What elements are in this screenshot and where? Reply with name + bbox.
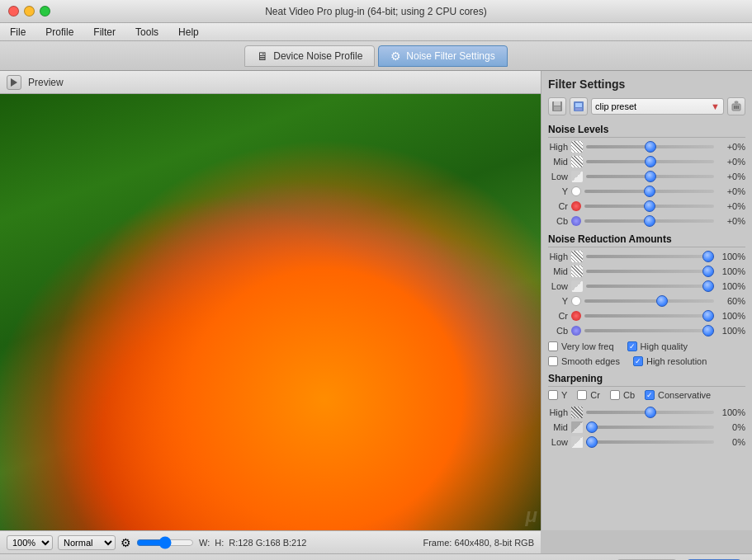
sharp-y[interactable]: Y: [548, 390, 567, 400]
svg-rect-10: [738, 106, 740, 109]
sharp-low-icon: [571, 436, 583, 448]
nl-cb-icon: [571, 216, 581, 226]
sharp-y-box[interactable]: [548, 390, 558, 400]
cb-high-resolution-box[interactable]: [633, 356, 643, 366]
frame-info: Frame: 640x480, 8-bit RGB: [423, 538, 534, 548]
sharp-conservative-box[interactable]: [645, 390, 655, 400]
preset-load-icon[interactable]: [570, 97, 588, 115]
nl-high-slider[interactable]: [586, 141, 714, 153]
noise-levels-header: Noise Levels: [548, 124, 745, 138]
nl-cb-slider[interactable]: [584, 215, 714, 227]
cb-high-resolution-label: High resolution: [646, 356, 707, 366]
sharp-conservative[interactable]: Conservative: [645, 390, 711, 400]
nr-high-label: High: [548, 252, 568, 261]
cb-very-low-freq-box[interactable]: [548, 341, 558, 351]
nr-mid-row: Mid 100%: [548, 266, 745, 277]
menubar: File Profile Filter Tools Help: [0, 23, 752, 41]
tab-noise-filter[interactable]: ⚙ Noise Filter Settings: [378, 45, 507, 67]
brightness-slider[interactable]: [136, 536, 194, 549]
pixel-info: R:128 G:168 B:212: [229, 538, 306, 548]
sharp-cb-label: Cb: [623, 390, 635, 400]
sharp-cb[interactable]: Cb: [610, 390, 635, 400]
panel-title: Filter Settings: [548, 78, 745, 91]
zoom-select[interactable]: 100% 50% 200%: [7, 535, 53, 550]
nr-low-label: Low: [548, 281, 568, 291]
nl-cr-row: Cr +0%: [548, 200, 745, 212]
cb-smooth-edges[interactable]: Smooth edges: [548, 356, 620, 366]
nl-mid-slider[interactable]: [586, 156, 714, 167]
svg-rect-7: [735, 101, 738, 103]
preview-toolbar: Preview: [0, 71, 541, 94]
nr-cb-slider[interactable]: [584, 325, 714, 336]
nl-mid-value: +0%: [717, 157, 745, 167]
window-controls: [8, 6, 50, 16]
preset-delete-icon[interactable]: [727, 97, 745, 115]
sharp-cb-box[interactable]: [610, 390, 620, 400]
nl-low-value: +0%: [717, 172, 745, 181]
w-label: W:: [199, 538, 210, 548]
nr-cr-slider[interactable]: [584, 310, 714, 322]
cb-high-resolution[interactable]: High resolution: [633, 356, 707, 366]
sharp-cr[interactable]: Cr: [577, 390, 600, 400]
tabbar: 🖥 Device Noise Profile ⚙ Noise Filter Se…: [0, 41, 752, 71]
nr-cb-icon: [571, 326, 581, 336]
nr-low-slider[interactable]: [586, 280, 714, 292]
nl-low-slider[interactable]: [586, 171, 714, 182]
cb-smooth-edges-label: Smooth edges: [561, 356, 620, 366]
preset-dropdown[interactable]: clip preset ▼: [591, 98, 724, 115]
menu-file[interactable]: File: [7, 25, 29, 40]
maximize-button[interactable]: [40, 6, 50, 16]
nr-cr-label: Cr: [548, 311, 568, 321]
nl-cr-slider[interactable]: [584, 200, 714, 212]
nr-mid-slider[interactable]: [586, 266, 714, 277]
nr-y-value: 60%: [717, 296, 745, 306]
cb-high-quality[interactable]: High quality: [627, 341, 688, 351]
cb-high-quality-label: High quality: [641, 341, 688, 351]
nl-high-label: High: [548, 142, 568, 152]
sharp-cr-box[interactable]: [577, 390, 587, 400]
sharp-mid-slider[interactable]: [586, 421, 714, 433]
sharp-low-row: Low 0%: [548, 436, 745, 448]
nl-y-icon: [571, 186, 581, 196]
mode-select[interactable]: Normal Filtered: [58, 535, 116, 550]
options-checkboxes-2: Smooth edges High resolution: [548, 356, 745, 366]
nl-low-icon: [571, 171, 583, 182]
nl-cb-row: Cb +0%: [548, 215, 745, 227]
menu-tools[interactable]: Tools: [132, 25, 162, 40]
nr-y-label: Y: [548, 296, 568, 306]
dropdown-arrow-icon: ▼: [711, 101, 720, 111]
sharp-high-row: High 100%: [548, 407, 745, 418]
menu-help[interactable]: Help: [175, 25, 202, 40]
sharp-high-slider[interactable]: [586, 407, 714, 418]
sharp-mid-label: Mid: [548, 422, 568, 432]
settings-icon[interactable]: ⚙: [121, 536, 131, 549]
sharp-mid-row: Mid 0%: [548, 421, 745, 433]
nr-y-slider[interactable]: [584, 295, 714, 307]
nl-low-label: Low: [548, 172, 568, 181]
nl-y-slider[interactable]: [584, 186, 714, 197]
menu-profile[interactable]: Profile: [42, 25, 77, 40]
cb-very-low-freq[interactable]: Very low freq: [548, 341, 614, 351]
nl-cb-label: Cb: [548, 216, 568, 226]
close-button[interactable]: [8, 6, 19, 16]
sharp-low-slider[interactable]: [586, 436, 714, 448]
preset-row: clip preset ▼: [548, 97, 745, 115]
noise-reduction-header: Noise Reduction Amounts: [548, 233, 745, 247]
svg-rect-5: [575, 108, 582, 111]
play-button[interactable]: [7, 75, 21, 90]
sharp-low-value: 0%: [717, 437, 745, 447]
cb-high-quality-box[interactable]: [627, 341, 637, 351]
tab-device-noise[interactable]: 🖥 Device Noise Profile: [244, 45, 375, 67]
minimize-button[interactable]: [24, 6, 35, 16]
sharp-mid-icon: [571, 421, 583, 433]
preset-save-icon[interactable]: [548, 97, 566, 115]
options-checkboxes: Very low freq High quality: [548, 341, 745, 351]
menu-filter[interactable]: Filter: [90, 25, 119, 40]
nr-high-slider[interactable]: [586, 251, 714, 262]
nr-cb-label: Cb: [548, 326, 568, 336]
cb-smooth-edges-box[interactable]: [548, 356, 558, 366]
nr-cb-value: 100%: [717, 326, 745, 336]
nr-cr-row: Cr 100%: [548, 310, 745, 322]
sharp-cr-label: Cr: [590, 390, 600, 400]
sharp-low-label: Low: [548, 437, 568, 447]
